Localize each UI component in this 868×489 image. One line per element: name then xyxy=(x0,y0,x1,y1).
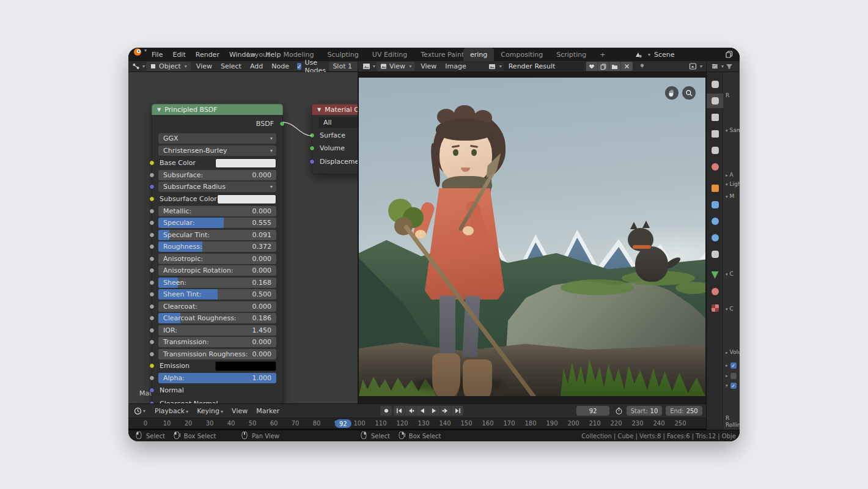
properties-tab-world[interactable] xyxy=(707,160,723,174)
next-keyframe-button[interactable] xyxy=(440,406,452,416)
panel-checkbox[interactable]: ▸✓ xyxy=(726,362,737,369)
gray-socket[interactable] xyxy=(149,244,155,249)
gray-socket[interactable] xyxy=(149,328,155,333)
node-param-sheen[interactable]: Sheen:0.168 xyxy=(158,278,276,288)
principled-bsdf-node[interactable]: ▼ Principled BSDF BSDF GGX▾Christensen-B… xyxy=(152,104,283,403)
node-menu-node[interactable]: Node xyxy=(267,62,293,70)
timeline-menu-marker[interactable]: Marker xyxy=(252,407,284,415)
gray-socket[interactable] xyxy=(149,232,155,238)
auto-keying-stopwatch-icon[interactable] xyxy=(614,406,623,415)
purple-socket[interactable] xyxy=(149,401,155,404)
render-result-canvas[interactable] xyxy=(359,78,705,396)
image-name-field[interactable]: Render Result xyxy=(504,62,584,71)
node-param-christensen-burley[interactable]: Christensen-Burley▾ xyxy=(158,145,276,156)
workspace-tab-scripting[interactable]: Scripting xyxy=(550,48,593,61)
menu-edit[interactable]: Edit xyxy=(167,48,190,61)
gray-socket[interactable] xyxy=(149,315,155,321)
pin-icon[interactable] xyxy=(638,62,647,71)
workspace-tab-texture-paint[interactable]: Texture Paint xyxy=(414,48,471,61)
gray-socket[interactable] xyxy=(149,256,155,262)
workspace-tab-uv-editing[interactable]: UV Editing xyxy=(366,48,414,61)
properties-tab-view-layer[interactable] xyxy=(707,127,723,141)
shader-mode-dropdown[interactable]: Object ▾ xyxy=(146,62,191,71)
properties-tab-scene[interactable] xyxy=(707,143,723,158)
current-frame-field[interactable]: 92 xyxy=(576,406,609,416)
node-menu-add[interactable]: Add xyxy=(246,62,267,70)
yellow-socket[interactable] xyxy=(149,160,155,166)
color-swatch[interactable] xyxy=(215,158,276,168)
yellow-socket[interactable] xyxy=(149,196,155,202)
filter-icon[interactable] xyxy=(725,62,734,71)
node-param-alpha[interactable]: Alpha:1.000 xyxy=(158,373,276,383)
properties-tab-modifiers[interactable] xyxy=(707,197,723,212)
node-param-ior[interactable]: IOR:1.450 xyxy=(158,325,276,336)
collapse-triangle-icon[interactable]: ▼ xyxy=(157,107,161,112)
timeline-menu-keying[interactable]: Keying▾ xyxy=(193,407,227,415)
pan-hand-icon[interactable] xyxy=(665,86,679,100)
frame-start-field[interactable]: Start:10 xyxy=(627,406,662,416)
properties-tab-constraints[interactable] xyxy=(707,247,723,262)
properties-tab-tool[interactable] xyxy=(707,77,723,92)
shader-node-editor[interactable]: Material ▼ Principled BSDF BSDF GGX▾Chri… xyxy=(128,72,358,403)
blender-logo-icon[interactable] xyxy=(133,48,142,56)
fake-user-icon[interactable] xyxy=(586,62,598,71)
gray-socket[interactable] xyxy=(149,220,155,226)
color-swatch[interactable] xyxy=(215,361,276,371)
frame-ruler[interactable]: 92 0102030405060708090100110120130140150… xyxy=(128,417,706,428)
timeline-menu-playback[interactable]: Playback▾ xyxy=(150,407,193,415)
image-editor-type-icon[interactable] xyxy=(362,62,370,71)
timeline-editor-type-icon[interactable] xyxy=(133,406,142,415)
gray-socket[interactable] xyxy=(149,375,155,381)
workspace-tab-ering[interactable]: ering xyxy=(463,48,494,61)
properties-tab-material[interactable] xyxy=(707,284,723,299)
panel-checkbox[interactable]: ▾✓ xyxy=(726,383,737,389)
frame-end-field[interactable]: End:250 xyxy=(666,406,702,416)
properties-tab-object-data[interactable] xyxy=(707,268,723,282)
node-param-specular-tint[interactable]: Specular Tint:0.091 xyxy=(158,230,276,240)
properties-editor-type-icon[interactable] xyxy=(710,62,719,71)
node-param-clearcoat[interactable]: Clearcoat:0.000 xyxy=(158,301,276,312)
color-swatch[interactable] xyxy=(217,194,276,204)
node-param-base-color[interactable]: Base Color xyxy=(158,158,276,168)
zoom-magnifier-icon[interactable] xyxy=(682,86,696,100)
browse-image-icon[interactable] xyxy=(488,62,496,71)
node-param-anisotropic-rotation[interactable]: Anisotropic Rotation:0.000 xyxy=(158,265,276,276)
gray-socket[interactable] xyxy=(149,292,155,297)
gray-socket[interactable] xyxy=(149,208,155,214)
record-button[interactable] xyxy=(380,406,392,416)
node-param-ggx[interactable]: GGX▾ xyxy=(158,133,276,144)
node-param-metallic[interactable]: Metallic:0.000 xyxy=(158,206,276,216)
new-scene-icon[interactable] xyxy=(725,50,734,59)
properties-tab-particles[interactable] xyxy=(707,214,723,229)
node-param-specular[interactable]: Specular:0.555 xyxy=(158,218,276,228)
collapse-triangle-icon[interactable]: ▼ xyxy=(317,107,321,112)
timeline-menu-view[interactable]: View xyxy=(227,407,252,415)
properties-tab-physics[interactable] xyxy=(707,230,723,245)
properties-tab-output[interactable] xyxy=(707,110,723,125)
unlink-icon[interactable] xyxy=(621,62,633,71)
green-socket[interactable] xyxy=(309,145,315,151)
gray-socket[interactable] xyxy=(149,268,155,273)
properties-tab-render[interactable] xyxy=(707,94,723,108)
jump-start-button[interactable] xyxy=(394,406,405,416)
gray-socket[interactable] xyxy=(149,172,155,178)
workspace-tab-layout[interactable]: Layout xyxy=(240,48,276,61)
node-editor-type-icon[interactable] xyxy=(132,62,140,71)
play-reverse-button[interactable] xyxy=(417,406,428,416)
gray-socket[interactable] xyxy=(149,339,155,345)
add-workspace-button[interactable]: + xyxy=(593,48,612,61)
node-param-roughness[interactable]: Roughness:0.372 xyxy=(158,241,276,252)
image-menu-image[interactable]: Image xyxy=(441,62,470,70)
open-image-icon[interactable] xyxy=(609,62,621,71)
node-param-emission[interactable]: Emission xyxy=(158,361,276,371)
gray-socket[interactable] xyxy=(149,280,155,285)
node-param-sheen-tint[interactable]: Sheen Tint:0.500 xyxy=(158,289,276,300)
bsdf-output-socket[interactable] xyxy=(279,121,285,127)
purple-socket[interactable] xyxy=(149,184,155,189)
purple-socket[interactable] xyxy=(149,388,155,393)
display-mode-dropdown[interactable]: View ▾ xyxy=(377,62,415,71)
gray-socket[interactable] xyxy=(149,351,155,357)
panel-checkbox[interactable]: ▸ xyxy=(726,373,737,379)
menu-render[interactable]: Render xyxy=(191,48,224,61)
workspace-tab-compositing[interactable]: Compositing xyxy=(494,48,550,61)
